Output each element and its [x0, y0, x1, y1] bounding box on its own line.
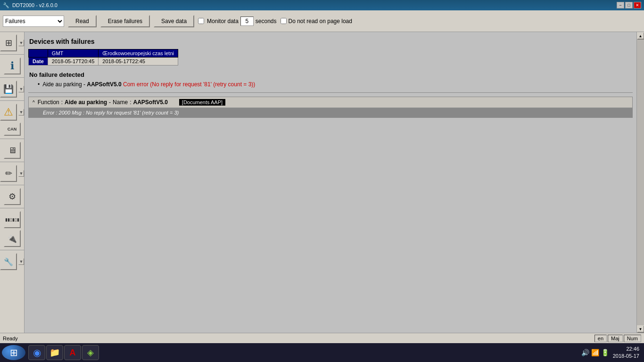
taskbar-app-explorer[interactable]: 📁 [46, 345, 63, 360]
scroll-up-arrow[interactable]: ▲ [637, 32, 644, 40]
taskbar-app-chrome[interactable]: ◉ [28, 345, 45, 360]
taskbar-app-acrobat[interactable]: A [64, 345, 81, 360]
read-button[interactable]: Read [68, 15, 97, 27]
main-layout: ⊞ ▼ ℹ 💾 ▼ ⚠ ▼ CAN 🖥 [0, 32, 644, 333]
clock-time: 22:46 [613, 346, 639, 353]
wrench-icon: 🔧 [4, 257, 13, 266]
chrome-icon: ◉ [33, 347, 41, 358]
sidebar-btn-edit[interactable]: ✏ [0, 165, 17, 182]
table-cell-gmt: 2018-05-17T20:45 [48, 58, 99, 66]
function-block: ^ Function : Aide au parking - Name : AA… [28, 97, 633, 118]
title-bar: 🔧 DDT2000 - v2.6.0.0 − □ ✕ [0, 0, 644, 10]
right-scrollbar[interactable]: ▲ ▼ [636, 32, 644, 333]
title-bar-left: 🔧 DDT2000 - v2.6.0.0 [3, 2, 58, 8]
monitor-icon: 🖥 [8, 146, 17, 156]
failure-version: AAPSoftV5.0 [87, 81, 121, 88]
do-not-read-checkbox[interactable] [281, 18, 287, 24]
monitor-section: Monitor data seconds [198, 16, 276, 26]
seconds-input[interactable] [240, 16, 254, 26]
sidebar-arrow-5[interactable]: ▼ [18, 258, 24, 265]
sidebar-row-4: ✏ ▼ [0, 165, 24, 182]
app-title: DDT2000 - v2.6.0.0 [12, 2, 58, 8]
taskbar-app-extra[interactable]: ◈ [82, 345, 99, 360]
fn-colon2: : [130, 99, 131, 106]
lang-indicator: en [594, 335, 607, 342]
fn-documents-label: [Documents AAP] [179, 99, 225, 106]
keyboard1-indicator: Maj [608, 335, 623, 342]
info-icon: ℹ [10, 60, 14, 72]
sidebar-btn-drive[interactable]: 💾 [0, 81, 17, 98]
divider-5 [0, 162, 24, 162]
volume-tray-icon: 📶 [591, 349, 599, 356]
do-not-read-section: Do not read on page load [281, 18, 352, 25]
failure-device-name: Aide au parking [42, 81, 82, 88]
monitor-data-checkbox[interactable] [198, 18, 204, 24]
start-button[interactable]: ⊞ [2, 345, 25, 360]
error-row: Error : 2000 Msg : No reply for request … [29, 108, 632, 117]
timezone-table: GMT Œrodkowoeuropejski czas letni Date 2… [28, 49, 178, 66]
save-data-button[interactable]: Save data [154, 15, 194, 27]
sidebar-row-1: ⊞ ▼ [0, 34, 24, 52]
fn-dash: - [109, 99, 111, 106]
network-tray-icon: 🔊 [581, 349, 589, 356]
sidebar-btn-network[interactable]: 🔌 [4, 230, 21, 247]
app-icon: 🔧 [3, 2, 9, 8]
status-right: en Maj Num [594, 335, 641, 342]
taskbar: ⊞ ◉ 📁 A ◈ 🔊 📶 🔋 22:46 2018-05-17 [0, 343, 644, 362]
keyboard2-indicator: Num [624, 335, 641, 342]
edit-icon: ✏ [5, 168, 12, 179]
content-with-scroll: Devices with failures GMT Œrodkowoeurope… [25, 32, 644, 333]
acrobat-icon: A [70, 348, 76, 358]
divider-6 [0, 185, 24, 185]
clock-area[interactable]: 22:46 2018-05-17 [610, 346, 642, 360]
can-icon: CAN [8, 127, 17, 132]
sidebar-arrow-4[interactable]: ▼ [18, 170, 24, 177]
divider-8 [0, 250, 24, 250]
sidebar-arrow-3[interactable]: ▼ [18, 109, 24, 115]
sidebar-btn-wrench[interactable]: 🔧 [0, 253, 17, 270]
fn-name-value: AAPSoftV5.0 [133, 99, 167, 106]
sidebar-arrow-1[interactable]: ▼ [18, 40, 24, 46]
table-row: Date 2018-05-17T20:45 2018-05-17T22:45 [29, 58, 178, 66]
erase-failures-button[interactable]: Erase failures [100, 15, 150, 27]
windows-icon: ⊞ [10, 347, 18, 358]
no-failure-title: No failure detected [28, 67, 633, 80]
divider-7 [0, 208, 24, 208]
maximize-button[interactable]: □ [625, 2, 633, 8]
bullet-icon: • [38, 81, 40, 88]
toolbar: Failures Read Erase failures Save data M… [0, 10, 644, 32]
divider-4 [0, 139, 24, 139]
failure-dash: - [82, 81, 87, 88]
sidebar-btn-info[interactable]: ℹ [4, 58, 21, 74]
caret-icon: ^ [33, 100, 35, 105]
minimize-button[interactable]: − [617, 2, 624, 8]
sidebar-btn-barcode[interactable]: ▮▮▯▮▯▮ [4, 211, 21, 228]
scroll-track[interactable] [637, 40, 644, 325]
status-text: Ready [3, 336, 594, 341]
battery-tray-icon: 🔋 [601, 349, 609, 356]
scroll-down-arrow[interactable]: ▼ [637, 325, 644, 333]
devices-title: Devices with failures [28, 35, 633, 47]
sidebar-row-2: 💾 ▼ [0, 80, 24, 98]
table-header-empty [29, 49, 48, 58]
table-cell-label: Date [29, 58, 48, 66]
fn-function-label: Function [38, 99, 59, 106]
seconds-label: seconds [256, 18, 277, 25]
failure-error-text: Com error (No reply for request '81' (re… [123, 81, 255, 88]
sidebar-btn-warning[interactable]: ⚠ [0, 104, 17, 121]
close-button[interactable]: ✕ [634, 2, 641, 8]
sidebar-btn-chip[interactable]: ⚙ [4, 188, 21, 205]
sidebar-btn-can[interactable]: CAN [4, 123, 21, 136]
sidebar-arrow-2[interactable]: ▼ [18, 86, 24, 92]
divider-2 [0, 77, 24, 78]
chip-icon: ⚙ [8, 191, 16, 202]
view-dropdown[interactable]: Failures [3, 16, 64, 27]
failure-item: • Aide au parking - AAPSoftV5.0 Com erro… [28, 80, 633, 89]
fn-name-label: Name [113, 99, 128, 106]
sidebar-btn-monitor[interactable]: 🖥 [4, 142, 21, 159]
sidebar-row-5: 🔧 ▼ [0, 253, 24, 271]
sidebar-btn-grid[interactable]: ⊞ [0, 34, 17, 51]
table-header-gmt: GMT [48, 49, 99, 58]
barcode-icon: ▮▮▯▮▯▮ [5, 217, 19, 222]
function-header: ^ Function : Aide au parking - Name : AA… [29, 97, 632, 108]
